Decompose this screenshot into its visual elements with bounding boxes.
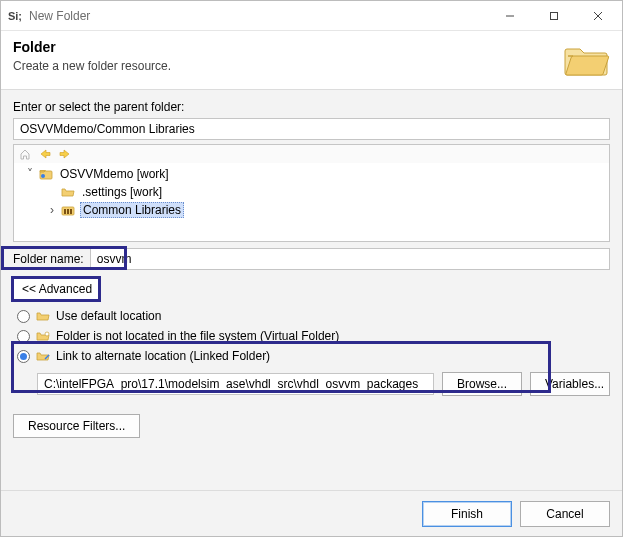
home-button[interactable] bbox=[18, 147, 32, 161]
expander-icon[interactable]: › bbox=[46, 203, 58, 217]
advanced-toggle[interactable]: << Advanced bbox=[13, 278, 101, 300]
close-button[interactable] bbox=[576, 2, 620, 30]
forward-button[interactable] bbox=[58, 147, 72, 161]
parent-folder-input[interactable] bbox=[13, 118, 610, 140]
radio-icon bbox=[17, 310, 30, 323]
svg-point-5 bbox=[41, 174, 45, 178]
forward-arrow-icon bbox=[59, 149, 71, 159]
maximize-icon bbox=[549, 11, 559, 21]
browse-button[interactable]: Browse... bbox=[442, 372, 522, 396]
linked-path-input[interactable] bbox=[37, 373, 434, 395]
resource-filters-button[interactable]: Resource Filters... bbox=[13, 414, 140, 438]
radio-icon bbox=[17, 350, 30, 363]
radio-virtual-folder[interactable]: Folder is not located in the file system… bbox=[13, 326, 610, 346]
radio-label: Folder is not located in the file system… bbox=[56, 329, 339, 343]
parent-folder-label: Enter or select the parent folder: bbox=[13, 100, 610, 114]
dialog-subheading: Create a new folder resource. bbox=[13, 59, 562, 73]
finish-button[interactable]: Finish bbox=[422, 501, 512, 527]
open-folder-icon bbox=[60, 185, 76, 199]
linked-folder-subrow: Browse... Variables... bbox=[13, 372, 610, 396]
radio-default-location[interactable]: Use default location bbox=[13, 306, 610, 326]
radio-linked-folder[interactable]: Link to alternate location (Linked Folde… bbox=[13, 346, 610, 366]
svg-rect-8 bbox=[67, 209, 69, 214]
tree-item-label: OSVVMdemo [work] bbox=[58, 167, 171, 181]
project-folder-icon bbox=[38, 167, 54, 181]
folder-icon bbox=[36, 310, 50, 322]
cancel-button[interactable]: Cancel bbox=[520, 501, 610, 527]
tree-item-label: Common Libraries bbox=[80, 202, 184, 218]
svg-rect-9 bbox=[70, 209, 72, 214]
folder-tree-container: ˅ OSVVMdemo [work] .settings [work] › bbox=[13, 144, 610, 242]
tree-item-project[interactable]: ˅ OSVVMdemo [work] bbox=[18, 165, 605, 183]
app-icon: Si; bbox=[7, 8, 23, 24]
tree-item-label: .settings [work] bbox=[80, 185, 164, 199]
folder-name-label: Folder name: bbox=[13, 252, 84, 266]
virtual-folder-icon bbox=[36, 330, 50, 342]
dialog-heading: Folder bbox=[13, 39, 562, 55]
tree-item-common-libraries[interactable]: › Common Libraries bbox=[18, 201, 605, 219]
location-radio-group: Use default location Folder is not locat… bbox=[13, 306, 610, 396]
window-controls bbox=[488, 2, 620, 30]
radio-icon bbox=[17, 330, 30, 343]
folder-tree[interactable]: ˅ OSVVMdemo [work] .settings [work] › bbox=[14, 163, 609, 241]
dialog-body: Enter or select the parent folder: ˅ bbox=[1, 90, 622, 490]
tree-toolbar bbox=[14, 145, 609, 163]
folder-name-row: Folder name: bbox=[13, 248, 610, 270]
linked-folder-icon bbox=[36, 350, 50, 362]
dialog-footer: Finish Cancel bbox=[1, 490, 622, 536]
titlebar: Si; New Folder bbox=[1, 1, 622, 31]
folder-large-icon bbox=[562, 39, 610, 79]
svg-rect-1 bbox=[551, 12, 558, 19]
back-arrow-icon bbox=[39, 149, 51, 159]
radio-label: Link to alternate location (Linked Folde… bbox=[56, 349, 270, 363]
minimize-button[interactable] bbox=[488, 2, 532, 30]
variables-button[interactable]: Variables... bbox=[530, 372, 610, 396]
svg-rect-7 bbox=[64, 209, 66, 214]
library-folder-icon bbox=[60, 203, 76, 217]
close-icon bbox=[593, 11, 603, 21]
window-title: New Folder bbox=[29, 9, 488, 23]
folder-name-input[interactable] bbox=[90, 248, 610, 270]
maximize-button[interactable] bbox=[532, 2, 576, 30]
new-folder-dialog: Si; New Folder Folder Create a new folde… bbox=[0, 0, 623, 537]
dialog-header: Folder Create a new folder resource. bbox=[1, 31, 622, 90]
tree-item-settings[interactable]: .settings [work] bbox=[18, 183, 605, 201]
minimize-icon bbox=[505, 11, 515, 21]
radio-label: Use default location bbox=[56, 309, 161, 323]
home-icon bbox=[19, 148, 31, 160]
back-button[interactable] bbox=[38, 147, 52, 161]
svg-point-10 bbox=[45, 332, 49, 336]
expander-icon[interactable]: ˅ bbox=[24, 167, 36, 181]
